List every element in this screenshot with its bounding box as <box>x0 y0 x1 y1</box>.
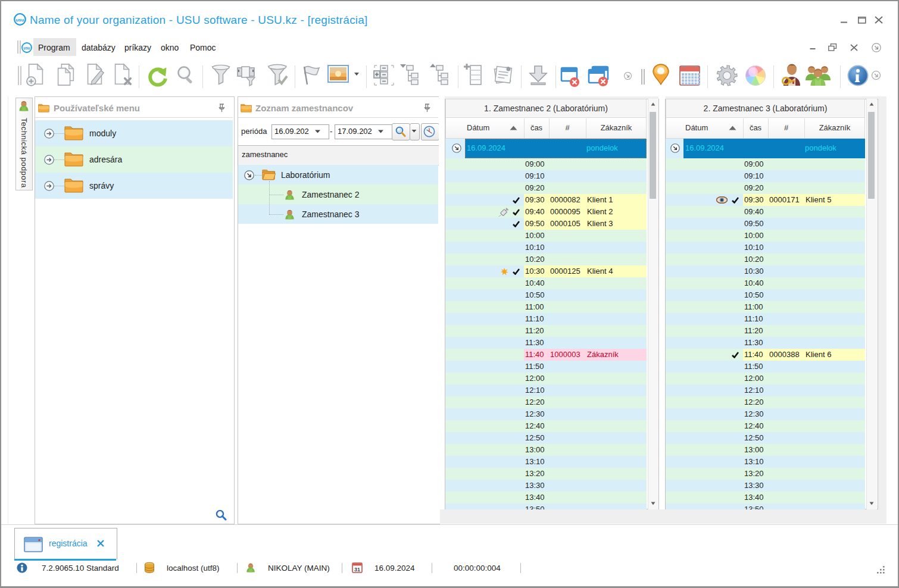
svg-text:31: 31 <box>354 567 360 573</box>
svg-text:usu: usu <box>23 46 30 50</box>
svg-text:usu: usu <box>15 17 24 23</box>
